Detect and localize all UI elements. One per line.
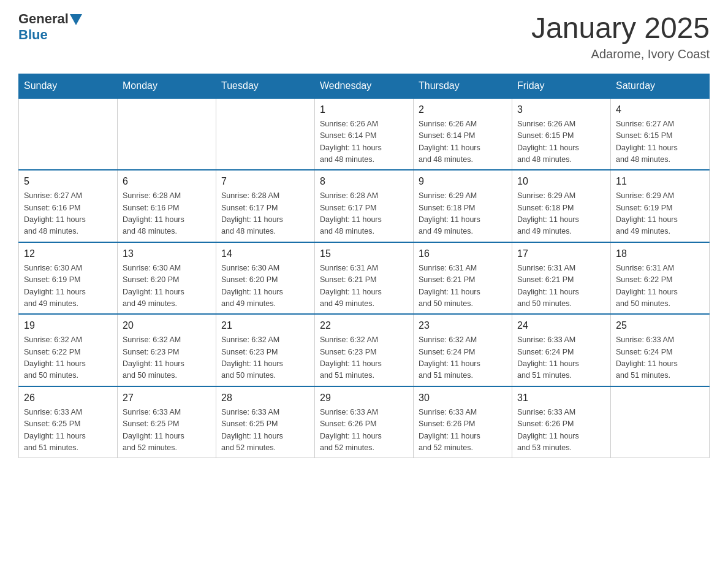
logo-blue-text: Blue [18,27,48,43]
day-info: Sunrise: 6:30 AMSunset: 6:20 PMDaylight:… [221,262,309,310]
calendar-header-thursday: Thursday [414,74,512,98]
page-header: General Blue January 2025 Adarome, Ivory… [18,12,710,61]
day-info: Sunrise: 6:29 AMSunset: 6:18 PMDaylight:… [419,190,507,238]
day-number: 29 [320,391,408,405]
calendar-cell: 23Sunrise: 6:32 AMSunset: 6:24 PMDayligh… [414,314,512,386]
day-number: 7 [221,174,309,189]
calendar-week-row: 19Sunrise: 6:32 AMSunset: 6:22 PMDayligh… [19,314,710,386]
calendar-week-row: 5Sunrise: 6:27 AMSunset: 6:16 PMDaylight… [19,170,710,242]
calendar-header-tuesday: Tuesday [216,74,315,98]
day-number: 2 [419,102,507,117]
day-info: Sunrise: 6:28 AMSunset: 6:16 PMDaylight:… [123,190,211,238]
calendar-cell: 8Sunrise: 6:28 AMSunset: 6:17 PMDaylight… [315,170,414,242]
calendar-cell [19,98,118,170]
calendar-cell: 18Sunrise: 6:31 AMSunset: 6:22 PMDayligh… [611,242,710,315]
calendar-cell: 10Sunrise: 6:29 AMSunset: 6:18 PMDayligh… [512,170,611,242]
calendar-cell [216,98,315,170]
day-number: 16 [419,247,507,261]
calendar-cell: 22Sunrise: 6:32 AMSunset: 6:23 PMDayligh… [315,314,414,386]
calendar-cell [118,98,216,170]
calendar-cell: 20Sunrise: 6:32 AMSunset: 6:23 PMDayligh… [118,314,216,386]
day-info: Sunrise: 6:26 AMSunset: 6:15 PMDaylight:… [517,118,605,166]
day-number: 17 [517,247,605,261]
day-info: Sunrise: 6:32 AMSunset: 6:22 PMDaylight:… [24,334,112,382]
day-info: Sunrise: 6:32 AMSunset: 6:24 PMDaylight:… [419,334,507,382]
day-number: 15 [320,247,408,261]
day-info: Sunrise: 6:32 AMSunset: 6:23 PMDaylight:… [221,334,309,382]
calendar-header-monday: Monday [118,74,216,98]
calendar-cell: 15Sunrise: 6:31 AMSunset: 6:21 PMDayligh… [315,242,414,315]
day-number: 27 [123,391,211,405]
day-info: Sunrise: 6:33 AMSunset: 6:24 PMDaylight:… [517,334,605,382]
day-number: 22 [320,318,408,333]
day-number: 20 [123,318,211,333]
day-number: 19 [24,318,112,333]
calendar-cell: 21Sunrise: 6:32 AMSunset: 6:23 PMDayligh… [216,314,315,386]
calendar-cell: 25Sunrise: 6:33 AMSunset: 6:24 PMDayligh… [611,314,710,386]
day-info: Sunrise: 6:32 AMSunset: 6:23 PMDaylight:… [320,334,408,382]
day-number: 24 [517,318,605,333]
day-info: Sunrise: 6:29 AMSunset: 6:18 PMDaylight:… [517,190,605,238]
calendar-cell: 17Sunrise: 6:31 AMSunset: 6:21 PMDayligh… [512,242,611,315]
day-number: 5 [24,174,112,189]
calendar-cell: 3Sunrise: 6:26 AMSunset: 6:15 PMDaylight… [512,98,611,170]
calendar-cell: 7Sunrise: 6:28 AMSunset: 6:17 PMDaylight… [216,170,315,242]
calendar-cell: 30Sunrise: 6:33 AMSunset: 6:26 PMDayligh… [414,386,512,458]
day-info: Sunrise: 6:26 AMSunset: 6:14 PMDaylight:… [320,118,408,166]
day-info: Sunrise: 6:31 AMSunset: 6:22 PMDaylight:… [616,262,704,310]
day-info: Sunrise: 6:33 AMSunset: 6:25 PMDaylight:… [123,407,211,454]
calendar-cell: 29Sunrise: 6:33 AMSunset: 6:26 PMDayligh… [315,386,414,458]
day-number: 23 [419,318,507,333]
day-number: 6 [123,174,211,189]
day-number: 1 [320,102,408,117]
day-number: 31 [517,391,605,405]
day-info: Sunrise: 6:27 AMSunset: 6:16 PMDaylight:… [24,190,112,238]
logo-arrow-icon [70,14,82,25]
calendar-cell: 26Sunrise: 6:33 AMSunset: 6:25 PMDayligh… [19,386,118,458]
day-number: 9 [419,174,507,189]
day-info: Sunrise: 6:33 AMSunset: 6:24 PMDaylight:… [616,334,704,382]
calendar-cell [611,386,710,458]
calendar-cell: 9Sunrise: 6:29 AMSunset: 6:18 PMDaylight… [414,170,512,242]
day-number: 25 [616,318,704,333]
day-number: 26 [24,391,112,405]
title-section: January 2025 Adarome, Ivory Coast [531,12,710,61]
day-number: 18 [616,247,704,261]
calendar-cell: 16Sunrise: 6:31 AMSunset: 6:21 PMDayligh… [414,242,512,315]
calendar-cell: 5Sunrise: 6:27 AMSunset: 6:16 PMDaylight… [19,170,118,242]
day-info: Sunrise: 6:30 AMSunset: 6:20 PMDaylight:… [123,262,211,310]
day-info: Sunrise: 6:33 AMSunset: 6:26 PMDaylight:… [419,407,507,454]
day-number: 14 [221,247,309,261]
calendar-cell: 28Sunrise: 6:33 AMSunset: 6:25 PMDayligh… [216,386,315,458]
calendar-cell: 6Sunrise: 6:28 AMSunset: 6:16 PMDaylight… [118,170,216,242]
day-number: 28 [221,391,309,405]
calendar-header-row: SundayMondayTuesdayWednesdayThursdayFrid… [19,74,710,98]
calendar-cell: 31Sunrise: 6:33 AMSunset: 6:26 PMDayligh… [512,386,611,458]
day-number: 10 [517,174,605,189]
day-info: Sunrise: 6:31 AMSunset: 6:21 PMDaylight:… [517,262,605,310]
day-info: Sunrise: 6:33 AMSunset: 6:25 PMDaylight:… [24,407,112,454]
calendar-header-sunday: Sunday [19,74,118,98]
calendar-header-friday: Friday [512,74,611,98]
calendar-cell: 1Sunrise: 6:26 AMSunset: 6:14 PMDaylight… [315,98,414,170]
calendar-header-wednesday: Wednesday [315,74,414,98]
month-title: January 2025 [531,12,710,45]
day-info: Sunrise: 6:32 AMSunset: 6:23 PMDaylight:… [123,334,211,382]
day-info: Sunrise: 6:33 AMSunset: 6:26 PMDaylight:… [320,407,408,454]
calendar-table: SundayMondayTuesdayWednesdayThursdayFrid… [18,74,710,459]
day-number: 4 [616,102,704,117]
day-info: Sunrise: 6:26 AMSunset: 6:14 PMDaylight:… [419,118,507,166]
calendar-week-row: 26Sunrise: 6:33 AMSunset: 6:25 PMDayligh… [19,386,710,458]
day-number: 11 [616,174,704,189]
day-number: 3 [517,102,605,117]
day-info: Sunrise: 6:33 AMSunset: 6:25 PMDaylight:… [221,407,309,454]
calendar-cell: 14Sunrise: 6:30 AMSunset: 6:20 PMDayligh… [216,242,315,315]
day-info: Sunrise: 6:33 AMSunset: 6:26 PMDaylight:… [517,407,605,454]
day-number: 21 [221,318,309,333]
calendar-cell: 11Sunrise: 6:29 AMSunset: 6:19 PMDayligh… [611,170,710,242]
calendar-cell: 12Sunrise: 6:30 AMSunset: 6:19 PMDayligh… [19,242,118,315]
calendar-cell: 4Sunrise: 6:27 AMSunset: 6:15 PMDaylight… [611,98,710,170]
day-info: Sunrise: 6:30 AMSunset: 6:19 PMDaylight:… [24,262,112,310]
calendar-cell: 27Sunrise: 6:33 AMSunset: 6:25 PMDayligh… [118,386,216,458]
calendar-header-saturday: Saturday [611,74,710,98]
